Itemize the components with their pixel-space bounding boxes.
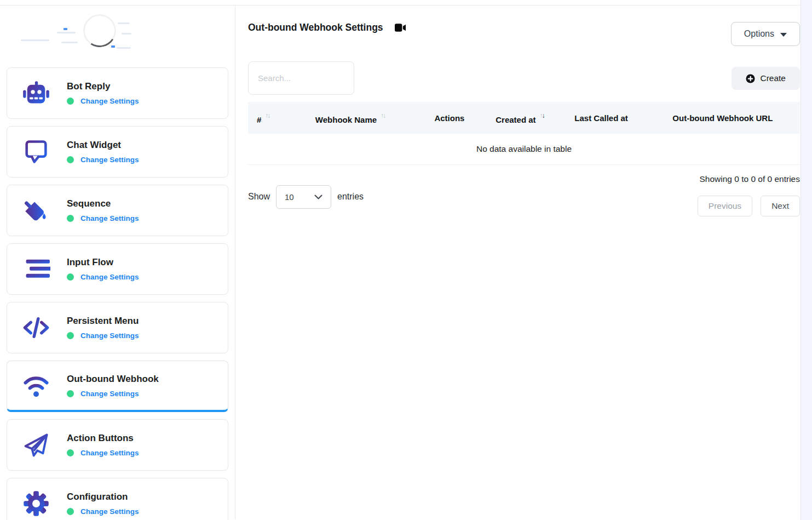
create-button-label: Create (760, 73, 786, 83)
sort-icon-descending: ↑↓ (540, 112, 544, 119)
caret-down-icon (780, 33, 787, 37)
column-header-webhook-url[interactable]: Out-bound Webhook URL (646, 102, 800, 134)
sort-icon: ↑↓ (265, 112, 269, 119)
change-settings-link[interactable]: Change Settings (80, 273, 139, 281)
paper-plane-icon (21, 430, 51, 460)
logo-fragment (57, 32, 76, 33)
options-button-label: Options (744, 29, 774, 39)
chevron-down-icon (314, 195, 323, 199)
sort-icon: ↑↓ (381, 112, 385, 119)
sidebar-item-out-bound-webhook[interactable]: Out-bound Webhook Change Settings (7, 361, 228, 412)
page-size-control: Show 10 entries (248, 172, 364, 216)
change-settings-link[interactable]: Change Settings (80, 332, 139, 340)
brand-logo (0, 5, 235, 61)
column-header-webhook-name[interactable]: Webhook Name↑↓ (284, 102, 417, 134)
options-button[interactable]: Options (731, 22, 800, 46)
code-icon (21, 313, 51, 342)
status-dot (67, 390, 74, 397)
column-label: Actions (434, 113, 464, 123)
change-settings-link[interactable]: Change Settings (80, 449, 139, 457)
logo-fragment (118, 22, 130, 24)
create-button[interactable]: Create (732, 67, 800, 90)
column-label: Webhook Name (315, 115, 377, 124)
search-input[interactable] (248, 61, 354, 95)
sidebar-item-label: Configuration (67, 492, 139, 502)
column-header-index[interactable]: #↑↓ (248, 102, 284, 134)
sidebar-item-sequence[interactable]: Sequence Change Settings (7, 185, 228, 236)
status-dot (67, 449, 74, 456)
column-label: Created at (496, 115, 535, 124)
page-size-value: 10 (285, 192, 294, 202)
sidebar-item-label: Action Buttons (67, 433, 139, 444)
status-dot (67, 215, 74, 222)
logo-fragment (61, 42, 78, 43)
column-label: # (257, 115, 261, 124)
bars-icon (21, 254, 51, 284)
change-settings-link[interactable]: Change Settings (80, 390, 139, 398)
sidebar-item-chat-widget[interactable]: Chat Widget Change Settings (7, 126, 228, 178)
logo-fragment (117, 47, 131, 49)
robot-icon (21, 78, 51, 108)
paint-bucket-icon (21, 196, 51, 225)
gear-icon (21, 489, 51, 518)
change-settings-link[interactable]: Change Settings (80, 97, 139, 105)
change-settings-link[interactable]: Change Settings (80, 156, 139, 164)
column-label: Out-bound Webhook URL (672, 113, 773, 123)
sidebar-card-list: Bot Reply Change Settings (0, 61, 235, 520)
wifi-icon (21, 371, 51, 401)
empty-table-message: No data available in table (248, 134, 800, 164)
column-header-actions[interactable]: Actions (416, 102, 482, 134)
sidebar-item-input-flow[interactable]: Input Flow Change Settings (7, 243, 228, 295)
webhooks-table: #↑↓ Webhook Name↑↓ Actions Created at↑↓ … (248, 102, 800, 165)
next-page-button[interactable]: Next (761, 196, 800, 216)
status-dot (67, 273, 74, 281)
status-dot (67, 332, 74, 339)
video-camera-icon[interactable] (395, 24, 406, 32)
sidebar: Bot Reply Change Settings (0, 5, 235, 519)
column-label: Last Called at (574, 113, 628, 123)
page-scrollbar[interactable] (801, 0, 812, 520)
table-header-row: #↑↓ Webhook Name↑↓ Actions Created at↑↓ … (248, 102, 800, 134)
status-dot (67, 508, 74, 515)
page-top-border (0, 0, 812, 5)
change-settings-link[interactable]: Change Settings (80, 507, 139, 516)
app-root: Bot Reply Change Settings (0, 5, 812, 519)
change-settings-link[interactable]: Change Settings (80, 214, 139, 222)
page-size-select[interactable]: 10 (276, 185, 331, 209)
entries-summary: Showing 0 to 0 of 0 entries (699, 172, 800, 184)
sidebar-item-persistent-menu[interactable]: Persistent Menu Change Settings (7, 302, 228, 353)
logo-circle-mark (80, 11, 119, 50)
previous-page-button[interactable]: Previous (698, 196, 752, 216)
sidebar-item-bot-reply[interactable]: Bot Reply Change Settings (7, 67, 228, 119)
sidebar-item-label: Input Flow (67, 257, 139, 268)
sidebar-item-label: Persistent Menu (67, 316, 139, 327)
status-dot (67, 156, 74, 163)
logo-fragment (111, 45, 115, 48)
sidebar-item-label: Chat Widget (67, 140, 139, 151)
sidebar-item-label: Out-bound Webhook (67, 374, 159, 385)
logo-fragment (64, 28, 67, 30)
sidebar-item-label: Sequence (67, 198, 139, 209)
logo-fragment (122, 33, 131, 35)
page-title: Out-bound Webhook Settings (248, 22, 383, 33)
chat-bubble-icon (21, 137, 51, 167)
plus-circle-icon (746, 74, 755, 83)
sidebar-item-action-buttons[interactable]: Action Buttons Change Settings (7, 419, 228, 471)
column-header-created-at[interactable]: Created at↑↓ (482, 102, 557, 134)
status-dot (67, 98, 74, 105)
empty-table-row: No data available in table (248, 134, 800, 164)
main-content: Out-bound Webhook Settings Options (235, 5, 812, 519)
logo-fragment (21, 39, 49, 41)
sidebar-item-label: Bot Reply (67, 81, 139, 92)
show-label: Show (248, 192, 270, 202)
column-header-last-called-at[interactable]: Last Called at (557, 102, 645, 134)
entries-label: entries (337, 192, 364, 202)
pagination-controls: Previous Next (698, 196, 800, 216)
sidebar-item-configuration[interactable]: Configuration Change Settings (7, 478, 228, 520)
